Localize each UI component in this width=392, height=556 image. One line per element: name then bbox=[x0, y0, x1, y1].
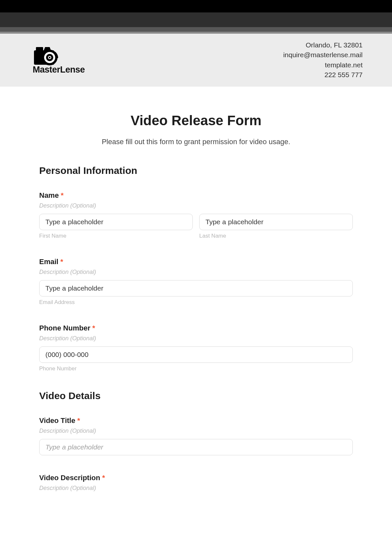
first-name-sublabel: First Name bbox=[39, 233, 193, 239]
email-label: Email bbox=[39, 258, 58, 266]
header: MasterLense Orlando, FL 32801 inquire@ma… bbox=[0, 34, 392, 87]
camera-icon bbox=[33, 45, 69, 65]
field-phone: Phone Number * Description (Optional) Ph… bbox=[39, 324, 353, 372]
required-mark: * bbox=[92, 324, 95, 332]
required-mark: * bbox=[61, 191, 64, 199]
name-label: Name bbox=[39, 191, 59, 199]
contact-phone: 222 555 777 bbox=[283, 70, 363, 80]
last-name-input[interactable] bbox=[199, 214, 353, 230]
email-description: Description (Optional) bbox=[39, 269, 353, 276]
name-description: Description (Optional) bbox=[39, 202, 353, 209]
svg-rect-1 bbox=[36, 47, 43, 51]
video-title-label-row: Video Title * bbox=[39, 416, 353, 425]
section-personal-heading: Personal Information bbox=[39, 165, 353, 176]
form-page: Video Release Form Please fill out this … bbox=[0, 87, 392, 492]
contact-address: Orlando, FL 32801 bbox=[283, 40, 363, 50]
required-mark: * bbox=[102, 474, 105, 482]
first-name-input[interactable] bbox=[39, 214, 193, 230]
video-title-label: Video Title bbox=[39, 416, 75, 425]
top-bar-grey-2 bbox=[0, 27, 392, 32]
top-bar-grey-1 bbox=[0, 12, 392, 27]
phone-label: Phone Number bbox=[39, 324, 90, 332]
email-input[interactable] bbox=[39, 280, 353, 296]
video-desc-label: Video Description bbox=[39, 474, 100, 482]
logo: MasterLense bbox=[33, 45, 85, 75]
contact-email: inquire@masterlense.mail bbox=[283, 50, 363, 60]
contact-info: Orlando, FL 32801 inquire@masterlense.ma… bbox=[283, 40, 363, 80]
phone-sublabel: Phone Number bbox=[39, 365, 353, 372]
top-bar-dark bbox=[0, 0, 392, 12]
form-subtitle: Please fill out this form to grant permi… bbox=[39, 138, 353, 146]
video-desc-description: Description (Optional) bbox=[39, 485, 353, 492]
form-title: Video Release Form bbox=[39, 113, 353, 128]
brand-name: MasterLense bbox=[33, 65, 85, 75]
svg-point-6 bbox=[49, 57, 51, 59]
last-name-sublabel: Last Name bbox=[199, 233, 353, 239]
required-mark: * bbox=[77, 416, 80, 425]
field-video-description: Video Description * Description (Optiona… bbox=[39, 474, 353, 492]
name-label-row: Name * bbox=[39, 191, 353, 200]
video-title-description: Description (Optional) bbox=[39, 428, 353, 434]
field-name: Name * Description (Optional) First Name… bbox=[39, 191, 353, 239]
field-video-title: Video Title * Description (Optional) bbox=[39, 416, 353, 455]
required-mark: * bbox=[60, 258, 63, 266]
video-title-input[interactable] bbox=[39, 439, 353, 455]
phone-label-row: Phone Number * bbox=[39, 324, 353, 332]
email-label-row: Email * bbox=[39, 258, 353, 266]
email-sublabel: Email Address bbox=[39, 299, 353, 306]
section-video-heading: Video Details bbox=[39, 390, 353, 401]
video-desc-label-row: Video Description * bbox=[39, 474, 353, 482]
phone-input[interactable] bbox=[39, 346, 353, 363]
field-email: Email * Description (Optional) Email Add… bbox=[39, 258, 353, 306]
phone-description: Description (Optional) bbox=[39, 335, 353, 342]
contact-site: template.net bbox=[283, 60, 363, 70]
